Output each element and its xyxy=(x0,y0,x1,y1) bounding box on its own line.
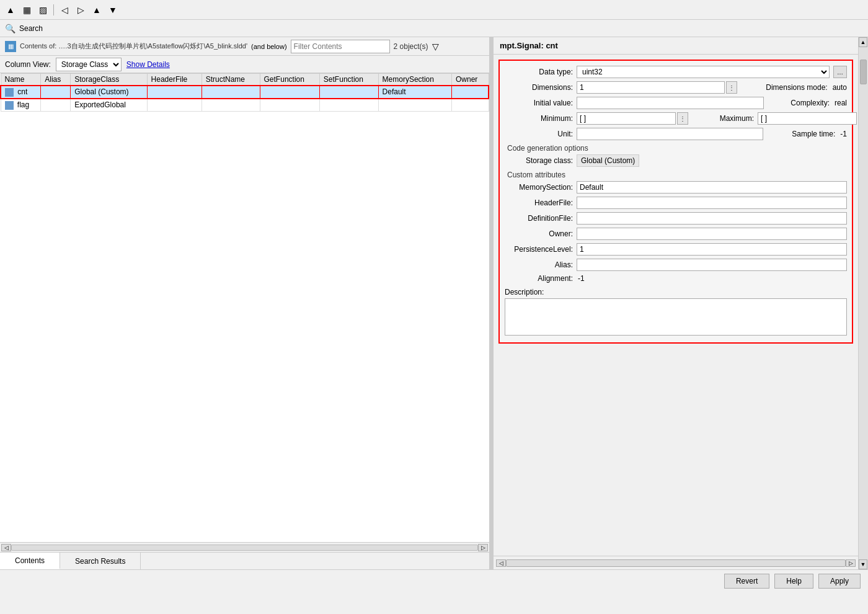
toolbar-btn-grid2[interactable]: ▨ xyxy=(36,3,50,17)
revert-button[interactable]: Revert xyxy=(724,574,769,589)
apply-button[interactable]: Apply xyxy=(818,574,861,589)
unit-input[interactable] xyxy=(577,128,763,140)
col-memorysection[interactable]: MemorySection xyxy=(378,74,451,86)
col-alias[interactable]: Alias xyxy=(41,74,71,86)
data-type-select[interactable]: uint32 xyxy=(577,66,830,78)
scroll-left-btn[interactable]: ◁ xyxy=(1,544,11,551)
r-scroll-left[interactable]: ◁ xyxy=(496,559,506,567)
left-hscrollbar[interactable]: ◁ ▷ xyxy=(0,542,489,552)
toolbar-btn-fwd[interactable]: ▷ xyxy=(74,3,87,17)
help-button[interactable]: Help xyxy=(774,574,813,589)
col-structname[interactable]: StructName xyxy=(202,74,260,86)
v-scroll-up[interactable]: ▲ xyxy=(859,37,867,47)
show-details-link[interactable]: Show Details xyxy=(126,60,170,69)
col-storageclass[interactable]: StorageClass xyxy=(71,74,147,86)
storage-class-label: Storage class: xyxy=(505,156,573,165)
tab-contents[interactable]: Contents xyxy=(0,553,60,569)
scroll-track[interactable] xyxy=(11,545,478,551)
contents-path: Contents of: ….3自动生成代码控制单片机\A5stateflow闪… xyxy=(20,42,247,51)
complexity-value: real xyxy=(833,99,847,107)
contents-icon: ▦ xyxy=(5,41,16,52)
column-view-select[interactable]: Storage Class All xyxy=(56,58,122,71)
memory-section-input[interactable] xyxy=(577,181,847,194)
cell-memorysection xyxy=(378,99,451,111)
alias-label: Alias: xyxy=(505,260,573,269)
search-bar: 🔍 Search xyxy=(0,20,868,37)
alignment-label: Alignment: xyxy=(505,274,573,283)
right-panel: mpt.Signal: cnt Data type: uint32 … xyxy=(494,37,868,569)
object-count: 2 object(s) xyxy=(394,42,428,51)
toolbar-btn-arrow[interactable]: ▲ xyxy=(4,3,17,17)
unit-label: Unit: xyxy=(505,130,573,138)
table-row[interactable]: cnt Global (Custom) Default xyxy=(1,86,489,99)
dimensions-input[interactable] xyxy=(577,81,725,94)
cell-structname xyxy=(202,86,260,99)
table-row[interactable]: flag ExportedGlobal xyxy=(1,99,489,111)
scroll-right-btn[interactable]: ▷ xyxy=(478,544,488,551)
toolbar-btn-down[interactable]: ▼ xyxy=(106,3,120,17)
cell-alias xyxy=(41,99,71,111)
alias-input[interactable] xyxy=(577,259,847,271)
definition-file-input[interactable] xyxy=(577,212,847,225)
unit-sample-row: Unit: Sample time: -1 xyxy=(505,128,847,140)
properties-content: Data type: uint32 … Dimensions: xyxy=(494,55,858,556)
definition-file-row: DefinitionFile: xyxy=(505,212,847,225)
cell-owner xyxy=(452,86,489,99)
cell-setfunction xyxy=(319,86,378,99)
minimum-label: Minimum: xyxy=(505,114,573,123)
dimensions-mode-label: Dimensions mode: xyxy=(741,83,828,92)
definition-file-label: DefinitionFile: xyxy=(505,214,573,223)
main-toolbar: ▲ ▦ ▨ ◁ ▷ ▲ ▼ xyxy=(0,0,868,20)
cell-getfunction xyxy=(260,86,319,99)
v-scroll-thumb[interactable] xyxy=(860,60,867,84)
cell-getfunction xyxy=(260,99,319,111)
sample-time-value: -1 xyxy=(839,130,847,138)
cell-setfunction xyxy=(319,99,378,111)
tab-search-results[interactable]: Search Results xyxy=(60,553,141,569)
memory-section-row: MemorySection: xyxy=(505,181,847,194)
owner-input[interactable] xyxy=(577,228,847,240)
properties-box: Data type: uint32 … Dimensions: xyxy=(498,60,853,344)
right-hscrollbar[interactable]: ◁ ▷ xyxy=(494,556,858,569)
toolbar-btn-grid[interactable]: ▦ xyxy=(20,3,33,17)
toolbar-btn-up[interactable]: ▲ xyxy=(90,3,104,17)
description-label: Description: xyxy=(505,288,847,296)
description-textarea[interactable] xyxy=(505,298,847,336)
persistence-input[interactable] xyxy=(577,243,847,256)
dimensions-array-btn[interactable]: ⋮ xyxy=(726,81,737,94)
col-owner[interactable]: Owner xyxy=(452,74,489,86)
complexity-label: Complexity: xyxy=(768,99,830,107)
alias-row: Alias: xyxy=(505,259,847,271)
minimum-input[interactable] xyxy=(577,112,676,125)
storage-class-value: Global (Custom) xyxy=(577,154,639,167)
col-headerfile[interactable]: HeaderFile xyxy=(147,74,202,86)
cell-headerfile xyxy=(147,99,202,111)
cell-name: cnt xyxy=(1,86,41,99)
r-scroll-track[interactable] xyxy=(506,559,846,567)
cell-structname xyxy=(202,99,260,111)
contents-header: ▦ Contents of: ….3自动生成代码控制单片机\A5stateflo… xyxy=(0,37,489,56)
initial-value-row: Initial value: Complexity: real xyxy=(505,97,847,109)
alignment-row: Alignment: -1 xyxy=(505,274,847,283)
maximum-label: Maximum: xyxy=(692,114,754,123)
col-setfunction[interactable]: SetFunction xyxy=(319,74,378,86)
description-section: Description: xyxy=(505,288,847,337)
cell-name: flag xyxy=(1,99,41,111)
r-scroll-right[interactable]: ▷ xyxy=(846,559,856,567)
search-icon: 🔍 xyxy=(5,24,16,33)
v-scroll-down[interactable]: ▼ xyxy=(859,559,867,569)
filter-icon[interactable]: ▽ xyxy=(432,42,439,51)
initial-value-input[interactable] xyxy=(577,97,764,109)
data-type-browse-btn[interactable]: … xyxy=(833,66,847,78)
col-getfunction[interactable]: GetFunction xyxy=(260,74,319,86)
toolbar-btn-back[interactable]: ◁ xyxy=(58,3,71,17)
filter-input[interactable] xyxy=(291,40,390,53)
maximum-input[interactable] xyxy=(758,112,857,125)
col-name[interactable]: Name xyxy=(1,74,41,86)
right-vscrollbar[interactable]: ▲ ▼ xyxy=(858,37,868,569)
dimensions-label: Dimensions: xyxy=(505,83,573,92)
minimum-array-btn[interactable]: ⋮ xyxy=(677,112,688,125)
header-file-input[interactable] xyxy=(577,197,847,209)
data-type-row: Data type: uint32 … xyxy=(505,66,847,78)
tab-bar: Contents Search Results xyxy=(0,552,489,569)
